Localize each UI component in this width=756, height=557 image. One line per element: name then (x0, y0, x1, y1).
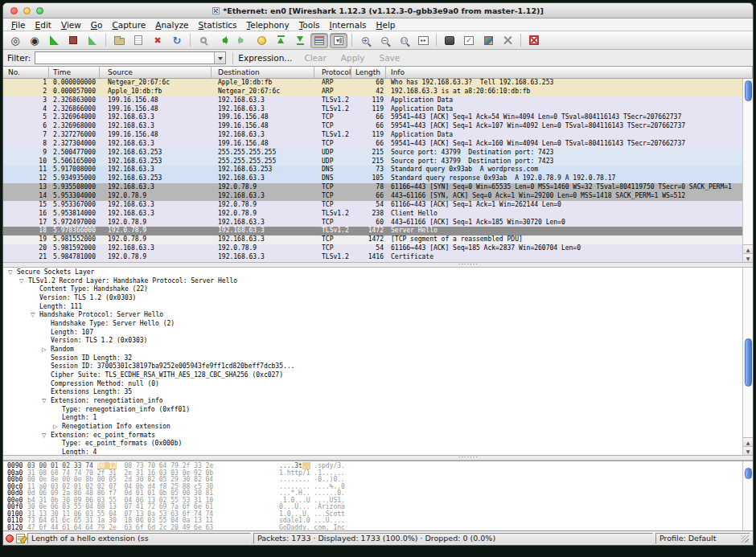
expander-open-icon[interactable] (42, 397, 51, 406)
packet-row-10[interactable]: 105.506165000192.168.63.253255.255.255.2… (3, 158, 744, 166)
hex-row[interactable]: 012047 6f 44 61 64 64 79 2e 63 6f 6d 2c … (3, 525, 753, 531)
menu-item-tools[interactable]: Tools (294, 20, 325, 30)
hex-scrollbar[interactable] (742, 461, 753, 530)
menu-item-go[interactable]: Go (86, 20, 108, 30)
detail-line[interactable]: Extension: renegotiation_info (3, 397, 753, 406)
detail-line[interactable]: Length: 4 (3, 448, 753, 455)
packet-row-17[interactable]: 175.972497000192.0.78.9192.168.63.3TCP60… (3, 219, 744, 227)
packet-row-5[interactable]: 52.326964000192.168.63.3199.16.156.48TCP… (3, 113, 744, 122)
filter-input[interactable] (35, 52, 214, 63)
menu-item-help[interactable]: Help (372, 20, 401, 30)
pane-splitter-bottom[interactable]: ······· (3, 455, 753, 461)
packet-row-2[interactable]: 20.000057000Apple_10:db:fbNetgear_20:67:… (3, 88, 744, 96)
menu-item-statistics[interactable]: Statistics (194, 20, 242, 30)
detail-line[interactable]: Session ID: 37005301c38197ba9252e005943f… (3, 362, 753, 371)
file-save-button[interactable] (129, 33, 147, 48)
expander-open-icon[interactable] (31, 311, 39, 320)
close-window-button[interactable] (10, 7, 18, 14)
apply-button[interactable]: Apply (334, 53, 372, 63)
minimize-window-button[interactable] (23, 7, 31, 14)
go-to-packet-button[interactable] (253, 33, 270, 48)
detail-line[interactable]: Content Type: Handshake (22) (3, 285, 753, 294)
pane-splitter-top[interactable]: ······· (3, 262, 753, 268)
detail-line[interactable]: Length: 1 (3, 414, 753, 423)
packet-row-12[interactable]: 125.934935000192.168.63.253192.168.63.3D… (3, 174, 744, 183)
capture-start-button[interactable] (45, 33, 63, 48)
go-back-button[interactable] (214, 33, 232, 48)
go-top-button[interactable] (272, 33, 290, 48)
packet-row-11[interactable]: 115.917008000192.168.63.3192.168.63.253D… (3, 166, 744, 174)
clear-button[interactable]: Clear (297, 53, 333, 63)
packet-row-14[interactable]: 145.953304000192.0.78.9192.168.63.3TCP66… (3, 192, 744, 201)
expander-closed-icon[interactable] (53, 423, 62, 432)
detail-line[interactable]: Version: TLS 1.2 (0x0303) (3, 337, 753, 346)
expander-open-icon[interactable] (19, 277, 28, 286)
detail-line[interactable]: Version: TLS 1.2 (0x0303) (3, 294, 753, 303)
colorize-button[interactable] (310, 33, 328, 48)
packet-row-4[interactable]: 42.326866000199.16.156.48192.168.63.3TLS… (3, 105, 744, 114)
expression-button[interactable]: Expression... (232, 52, 297, 64)
reload-button[interactable] (168, 33, 186, 48)
capture-filter-button[interactable] (441, 33, 458, 48)
packet-row-16[interactable]: 165.953814000192.168.63.3192.0.78.9TLSv1… (3, 210, 744, 219)
packet-list-scrollbar[interactable]: ▲ ▼ (742, 79, 753, 262)
filter-dropdown-arrow-icon[interactable] (214, 52, 225, 63)
menu-item-file[interactable]: File (6, 20, 31, 30)
scrollbar-thumb[interactable] (745, 80, 752, 101)
scroll-up-button[interactable]: ▲ (743, 244, 753, 253)
packet-row-7[interactable]: 72.327276000199.16.156.48192.168.63.3TLS… (3, 131, 744, 140)
expander-closed-icon[interactable] (42, 346, 51, 354)
go-bottom-button[interactable] (291, 33, 309, 48)
packet-row-18[interactable]: 185.978366000192.0.78.9192.168.63.3TLSv1… (3, 227, 744, 235)
zoom-in-button[interactable]: + (356, 33, 374, 48)
list-interfaces-button[interactable] (6, 33, 24, 48)
packet-row-8[interactable]: 82.327304000192.168.63.3199.16.156.48TCP… (3, 140, 744, 149)
resize-columns-button[interactable] (414, 33, 432, 48)
status-profile[interactable]: Profile: Default (655, 533, 750, 544)
detail-line[interactable]: TLSv1.2 Record Layer: Handshake Protocol… (3, 277, 753, 286)
detail-line[interactable]: Secure Sockets Layer (3, 268, 753, 277)
detail-line[interactable]: Handshake Protocol: Server Hello (3, 311, 753, 320)
column-header-len[interactable]: Length (351, 67, 386, 78)
menu-item-view[interactable]: View (56, 20, 86, 30)
capture-options-button[interactable] (26, 33, 43, 48)
menu-item-analyze[interactable]: Analyze (150, 20, 193, 30)
scrollbar-thumb[interactable] (745, 338, 752, 387)
detail-line[interactable]: Extension: ec_point_formats (3, 432, 753, 440)
detail-line[interactable]: Compression Method: null (0) (3, 380, 753, 389)
capture-stop-button[interactable] (64, 33, 82, 48)
detail-line[interactable]: Handshake Type: Server Hello (2) (3, 320, 753, 329)
column-header-no[interactable]: No. (3, 67, 49, 78)
capture-comment-icon[interactable] (16, 534, 25, 543)
zoom-100-button[interactable]: 1:1 (395, 33, 413, 48)
scroll-down-button[interactable]: ▼ (743, 446, 753, 455)
menu-item-edit[interactable]: Edit (31, 20, 56, 30)
capture-restart-button[interactable] (84, 33, 101, 48)
column-header-info[interactable]: Info (386, 67, 753, 78)
scrollbar-thumb[interactable] (745, 468, 752, 479)
detail-line[interactable]: Renegotiation Info extension (3, 423, 753, 432)
column-header-proto[interactable]: Protocol (314, 67, 351, 78)
zoom-out-button[interactable]: − (376, 33, 393, 48)
preferences-button[interactable] (499, 33, 516, 48)
help-button[interactable] (525, 33, 543, 48)
column-header-time[interactable]: Time (49, 67, 100, 78)
autoscroll-button[interactable] (330, 33, 347, 48)
column-header-dst[interactable]: Destination (212, 67, 314, 78)
detail-line[interactable]: Type: renegotiation_info (0xff01) (3, 406, 753, 415)
detail-line[interactable]: Cipher Suite: TLS_ECDHE_RSA_WITH_AES_128… (3, 371, 753, 380)
packet-row-15[interactable]: 155.953367000192.168.63.3192.0.78.9TCP54… (3, 201, 744, 210)
menu-item-telephony[interactable]: Telephony (242, 20, 294, 30)
packet-row-6[interactable]: 62.326968000192.168.63.3199.16.156.48TCP… (3, 122, 744, 131)
scroll-up-button[interactable]: ▲ (743, 437, 753, 446)
display-filter-button[interactable] (460, 33, 478, 48)
go-forward-button[interactable] (233, 33, 251, 48)
packet-row-3[interactable]: 32.326863000199.16.156.48192.168.63.3TLS… (3, 96, 744, 105)
expert-info-icon[interactable] (6, 534, 14, 543)
coloring-rules-button[interactable] (479, 33, 497, 48)
menu-item-internals[interactable]: Internals (325, 20, 372, 30)
find-button[interactable] (195, 33, 212, 48)
zoom-window-button[interactable] (36, 7, 43, 14)
packet-row-1[interactable]: 10.000000000Netgear_20:67:6cApple_10:db:… (3, 79, 744, 88)
detail-line[interactable]: Session ID Length: 32 (3, 354, 753, 363)
